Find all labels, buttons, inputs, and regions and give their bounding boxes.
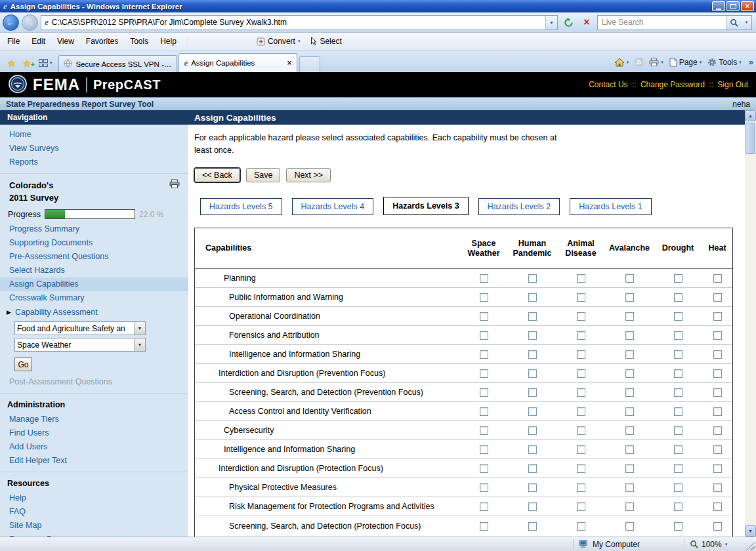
capability-checkbox[interactable]	[577, 350, 585, 359]
capability-checkbox[interactable]	[674, 274, 682, 283]
capability-checkbox[interactable]	[674, 445, 682, 454]
capability-checkbox[interactable]	[528, 445, 537, 454]
capability-select[interactable]: Food and Agriculture Safety an ▼	[14, 321, 146, 335]
search-box[interactable]: Live Search ▾	[597, 15, 752, 30]
capability-checkbox[interactable]	[528, 464, 537, 473]
print-survey-icon[interactable]	[169, 179, 180, 191]
capability-checkbox[interactable]	[480, 407, 488, 416]
capability-checkbox[interactable]	[528, 483, 537, 492]
capability-checkbox[interactable]	[528, 331, 537, 340]
resize-grip[interactable]	[746, 542, 755, 550]
capability-checkbox[interactable]	[713, 331, 722, 340]
address-dropdown-icon[interactable]: ▼	[545, 16, 557, 30]
print-button[interactable]: ▾	[649, 58, 663, 67]
sidebar-item-manage-tiers[interactable]: Manage Tiers	[0, 413, 188, 426]
capability-checkbox[interactable]	[480, 350, 488, 359]
toolbar-overflow-icon[interactable]: »	[747, 57, 753, 67]
capability-checkbox[interactable]	[528, 407, 537, 416]
add-favorite-button[interactable]: ★+	[19, 58, 34, 72]
new-tab-stub[interactable]	[299, 56, 320, 72]
capability-checkbox[interactable]	[577, 407, 585, 416]
capability-checkbox[interactable]	[528, 369, 537, 378]
capability-checkbox[interactable]	[674, 369, 682, 378]
capability-checkbox[interactable]	[528, 388, 537, 397]
menu-help[interactable]: Help	[154, 34, 182, 49]
capability-checkbox[interactable]	[625, 445, 634, 454]
capability-checkbox[interactable]	[625, 274, 634, 283]
capability-checkbox[interactable]	[674, 388, 682, 397]
capability-checkbox[interactable]	[577, 293, 585, 302]
capability-checkbox[interactable]	[480, 522, 488, 531]
scroll-up-button[interactable]: ▲	[745, 110, 756, 121]
sidebar-item-help[interactable]: Help	[0, 491, 188, 505]
capability-checkbox[interactable]	[480, 369, 488, 378]
header-link-change-password[interactable]: Change Password	[640, 80, 705, 89]
capability-checkbox[interactable]	[528, 293, 537, 302]
capability-checkbox[interactable]	[577, 426, 585, 435]
capability-checkbox[interactable]	[625, 312, 634, 321]
forward-nav-button[interactable]: →	[22, 14, 38, 31]
capability-checkbox[interactable]	[674, 293, 682, 302]
capability-checkbox[interactable]	[577, 522, 585, 531]
capability-checkbox[interactable]	[674, 464, 682, 473]
capability-checkbox[interactable]	[713, 502, 722, 511]
capability-checkbox[interactable]	[674, 502, 682, 511]
capability-checkbox[interactable]	[480, 502, 488, 511]
capability-checkbox[interactable]	[480, 312, 488, 321]
capability-checkbox[interactable]	[713, 464, 722, 473]
capability-checkbox[interactable]	[480, 483, 488, 492]
capability-checkbox[interactable]	[577, 445, 585, 454]
capability-checkbox[interactable]	[625, 502, 634, 511]
hazard-select[interactable]: Space Weather ▼	[14, 338, 146, 352]
capability-checkbox[interactable]	[577, 483, 585, 492]
sidebar-item-view-surveys[interactable]: View Surveys	[0, 142, 188, 155]
sidebar-item-select-hazards[interactable]: Select Hazards	[0, 264, 188, 277]
capability-checkbox[interactable]	[480, 293, 488, 302]
capability-checkbox[interactable]	[713, 522, 722, 531]
capability-checkbox[interactable]	[577, 464, 585, 473]
menu-tools[interactable]: Tools	[124, 34, 154, 49]
capability-checkbox[interactable]	[528, 350, 537, 359]
capability-checkbox[interactable]	[674, 483, 682, 492]
scrollbar-thumb[interactable]	[746, 123, 755, 154]
menu-file[interactable]: File	[1, 34, 26, 49]
capability-checkbox[interactable]	[713, 274, 722, 283]
go-button[interactable]: Go	[14, 357, 32, 371]
window-titlebar[interactable]: e Assign Capabilities - Windows Internet…	[0, 0, 756, 12]
capability-checkbox[interactable]	[713, 350, 722, 359]
search-input[interactable]: Live Search	[602, 18, 726, 27]
search-dropdown-icon[interactable]: ▾	[742, 16, 751, 30]
sidebar-item-add-users[interactable]: Add Users	[0, 440, 188, 454]
sidebar-item-faq[interactable]: FAQ	[0, 505, 188, 519]
tools-menu-button[interactable]: Tools ▾	[707, 58, 742, 67]
capability-checkbox[interactable]	[625, 369, 634, 378]
back-nav-button[interactable]: ←	[3, 14, 19, 31]
capability-checkbox[interactable]	[625, 464, 634, 473]
minimize-button[interactable]	[712, 1, 725, 11]
menu-view[interactable]: View	[51, 34, 80, 49]
search-icon[interactable]	[726, 16, 742, 30]
capability-checkbox[interactable]	[480, 426, 488, 435]
capability-checkbox[interactable]	[674, 522, 682, 531]
capability-checkbox[interactable]	[480, 445, 488, 454]
capability-checkbox[interactable]	[528, 426, 537, 435]
sidebar-item-pre-assessment-questions[interactable]: Pre-Assessment Questions	[0, 250, 188, 264]
hazard-tab-hazards-levels-4[interactable]: Hazards Levels 4	[292, 198, 374, 215]
menu-favorites[interactable]: Favorites	[80, 34, 124, 49]
hazard-tab-hazards-levels-5[interactable]: Hazards Levels 5	[200, 198, 282, 215]
capability-checkbox[interactable]	[713, 293, 722, 302]
address-field[interactable]: e C:\CAS\SPR\2012 SPR\PRA\For Jim\Comple…	[41, 15, 558, 30]
capability-checkbox[interactable]	[674, 426, 682, 435]
capability-checkbox[interactable]	[674, 331, 682, 340]
capability-checkbox[interactable]	[713, 483, 722, 492]
hazard-tab-hazards-levels-2[interactable]: Hazards Levels 2	[478, 198, 560, 215]
capability-checkbox[interactable]	[577, 312, 585, 321]
capability-checkbox[interactable]	[577, 388, 585, 397]
scroll-down-button[interactable]: ▼	[745, 525, 756, 537]
zoom-control[interactable]: 100% ▾	[684, 540, 745, 549]
hazard-tab-hazards-levels-1[interactable]: Hazards Levels 1	[570, 198, 652, 215]
capability-checkbox[interactable]	[480, 464, 488, 473]
capability-checkbox[interactable]	[625, 331, 634, 340]
zoom-dropdown-icon[interactable]: ▾	[725, 542, 728, 547]
capability-checkbox[interactable]	[480, 274, 488, 283]
